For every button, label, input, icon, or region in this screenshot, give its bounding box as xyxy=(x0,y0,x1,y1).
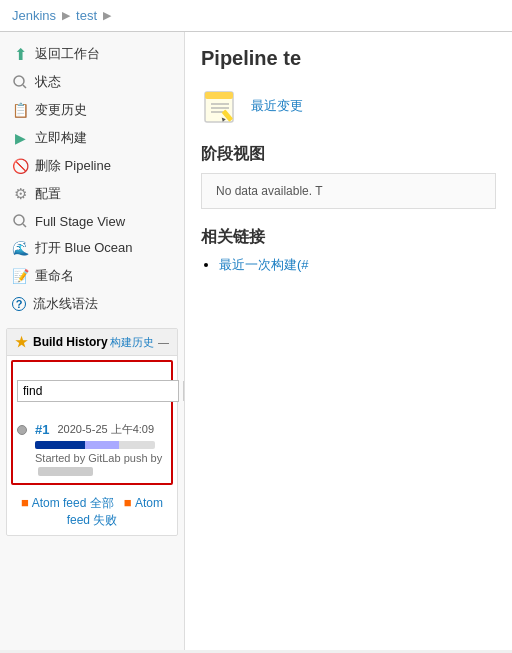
page-title: Pipeline te xyxy=(201,47,496,70)
sidebar-label-full-stage-view: Full Stage View xyxy=(35,214,125,229)
build-history-title: ★ Build History xyxy=(15,334,108,350)
star-icon: ★ xyxy=(15,334,28,350)
build-history-label: Build History xyxy=(33,335,108,349)
build-desc-text: Started by GitLab push by xyxy=(35,452,162,464)
sidebar-item-rename[interactable]: 📝 重命名 xyxy=(0,262,184,290)
sidebar-label-delete-pipeline: 删除 Pipeline xyxy=(35,157,111,175)
latest-build-link[interactable]: 最近一次构建(# xyxy=(219,257,309,272)
sidebar-label-change-history: 变更历史 xyxy=(35,101,87,119)
breadcrumb-sep2: ▶ xyxy=(103,9,111,22)
search-input[interactable] xyxy=(17,380,179,402)
build-number-link[interactable]: #1 xyxy=(35,422,49,437)
sidebar-label-blue-ocean: 打开 Blue Ocean xyxy=(35,239,133,257)
build-history-controls: 构建历史 — xyxy=(110,335,169,350)
up-arrow-icon: ⬆ xyxy=(12,46,28,62)
build-user-blurred xyxy=(38,467,93,476)
sidebar-item-status[interactable]: 状态 xyxy=(0,68,184,96)
build-desc: Started by GitLab push by xyxy=(35,452,167,476)
svg-line-1 xyxy=(23,85,26,88)
sidebar-label-build-now: 立即构建 xyxy=(35,129,87,147)
atom-feed-row: ■ Atom feed 全部 ■ Atom feed 失败 xyxy=(7,489,177,535)
sidebar-label-status: 状态 xyxy=(35,73,61,91)
sidebar-item-build-now[interactable]: ▶ 立即构建 xyxy=(0,124,184,152)
related-links-title: 相关链接 xyxy=(201,227,496,248)
sidebar-label-pipeline-syntax: 流水线语法 xyxy=(33,295,98,313)
rss-icon-1: ■ xyxy=(21,495,29,510)
sidebar-label-rename: 重命名 xyxy=(35,267,74,285)
main-layout: ⬆ 返回工作台 状态 📋 变更历史 ▶ 立即构建 🚫 删除 Pipeline ⚙… xyxy=(0,32,512,650)
build-progress-bar xyxy=(35,441,155,449)
sidebar-item-back-to-workspace[interactable]: ⬆ 返回工作台 xyxy=(0,40,184,68)
notepad-icon xyxy=(201,86,241,126)
build-history-section: ★ Build History 构建历史 — ✕ ▲ ▼ xyxy=(6,328,178,536)
sidebar-item-pipeline-syntax[interactable]: ? 流水线语法 xyxy=(0,290,184,318)
atom-feed-all-link[interactable]: Atom feed 全部 xyxy=(32,496,114,510)
build-history-header: ★ Build History 构建历史 — xyxy=(7,329,177,356)
sidebar: ⬆ 返回工作台 状态 📋 变更历史 ▶ 立即构建 🚫 删除 Pipeline ⚙… xyxy=(0,32,185,650)
rss-icon-2: ■ xyxy=(124,495,132,510)
breadcrumb-test[interactable]: test xyxy=(76,8,97,23)
sidebar-label-config: 配置 xyxy=(35,185,61,203)
sidebar-item-change-history[interactable]: 📋 变更历史 xyxy=(0,96,184,124)
help-icon: ? xyxy=(12,297,26,311)
sidebar-item-config[interactable]: ⚙ 配置 xyxy=(0,180,184,208)
content-area: Pipeline te 最近变更 阶段视图 No data avail xyxy=(185,32,512,650)
build-history-content: ✕ ▲ ▼ ✕ #1 2020-5-25 上午4:09 xyxy=(11,360,173,485)
breadcrumb-bar: Jenkins ▶ test ▶ xyxy=(0,0,512,32)
search-row: ✕ ▲ ▼ ✕ xyxy=(17,366,167,415)
build-time: 2020-5-25 上午4:09 xyxy=(57,422,154,437)
breadcrumb-jenkins[interactable]: Jenkins xyxy=(12,8,56,23)
stage-view-title: 阶段视图 xyxy=(201,144,496,165)
related-links: 最近一次构建(# xyxy=(201,256,496,274)
delete-icon: 🚫 xyxy=(12,158,28,174)
svg-line-3 xyxy=(23,224,26,227)
svg-rect-5 xyxy=(205,92,233,99)
build-status-dot xyxy=(17,425,27,435)
breadcrumb-sep1: ▶ xyxy=(62,9,70,22)
build-history-dash: — xyxy=(158,336,169,348)
magnify-icon xyxy=(12,213,28,229)
build-entry: #1 2020-5-25 上午4:09 Started by GitLab pu… xyxy=(17,419,167,479)
stage-view-no-data: No data available. T xyxy=(201,173,496,209)
build-entry-top: #1 2020-5-25 上午4:09 xyxy=(17,422,167,437)
blue-ocean-icon: 🌊 xyxy=(12,240,28,256)
recent-changes-link[interactable]: 最近变更 xyxy=(251,97,303,115)
play-icon: ▶ xyxy=(12,130,28,146)
sidebar-label-back: 返回工作台 xyxy=(35,45,100,63)
rename-icon: 📝 xyxy=(12,268,28,284)
sidebar-item-full-stage-view[interactable]: Full Stage View xyxy=(0,208,184,234)
recent-changes-widget: 最近变更 xyxy=(201,86,496,126)
svg-point-2 xyxy=(14,215,24,225)
gear-icon: ⚙ xyxy=(12,186,28,202)
sidebar-item-blue-ocean[interactable]: 🌊 打开 Blue Ocean xyxy=(0,234,184,262)
search-icon-status xyxy=(12,74,28,90)
build-history-link[interactable]: 构建历史 xyxy=(110,335,154,350)
doc-icon: 📋 xyxy=(12,102,28,118)
sidebar-item-delete-pipeline[interactable]: 🚫 删除 Pipeline xyxy=(0,152,184,180)
svg-point-0 xyxy=(14,76,24,86)
build-progress-fill xyxy=(35,441,119,449)
